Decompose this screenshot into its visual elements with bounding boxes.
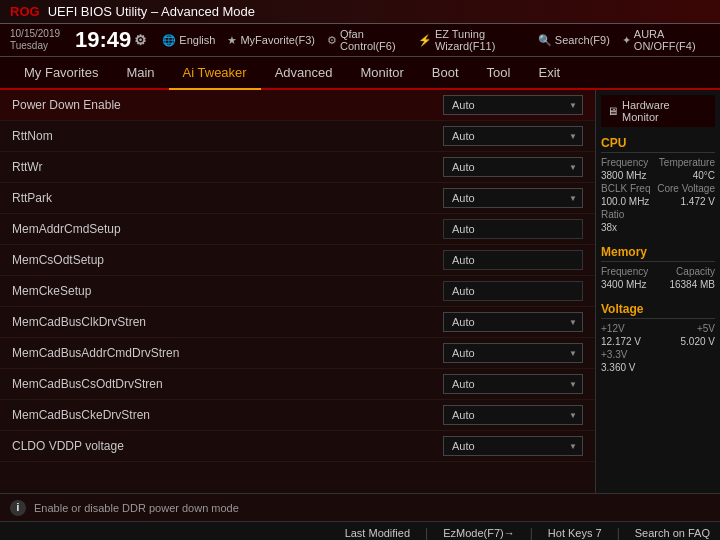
- setting-value-wrapper: Auto: [443, 312, 583, 332]
- setting-value-wrapper: Auto: [443, 95, 583, 115]
- separator-3: |: [617, 526, 620, 540]
- nav-main[interactable]: Main: [112, 57, 168, 88]
- ez-tuning-btn[interactable]: ⚡ EZ Tuning Wizard(F11): [418, 28, 526, 52]
- cpu-bclk-volt-values: 100.0 MHz 1.472 V: [601, 196, 715, 207]
- setting-dropdown[interactable]: Auto: [443, 188, 583, 208]
- setting-row: MemCkeSetupAuto: [0, 276, 595, 307]
- info-items: 🌐 English ★ MyFavorite(F3) ⚙ Qfan Contro…: [162, 28, 710, 52]
- ez-tuning-icon: ⚡: [418, 34, 432, 47]
- search-icon: 🔍: [538, 34, 552, 47]
- ezmode-btn[interactable]: EzMode(F7)→: [443, 527, 515, 539]
- setting-value-wrapper: Auto: [443, 436, 583, 456]
- nav-exit[interactable]: Exit: [524, 57, 574, 88]
- cpu-volt-label: Core Voltage: [657, 183, 715, 194]
- dropdown-wrapper[interactable]: Auto: [443, 95, 583, 115]
- nav-advanced[interactable]: Advanced: [261, 57, 347, 88]
- hot-keys-label: Hot Keys 7: [548, 527, 602, 539]
- setting-row: MemCadBusCkeDrvStrenAuto: [0, 400, 595, 431]
- setting-text-value: Auto: [443, 250, 583, 270]
- dropdown-wrapper[interactable]: Auto: [443, 157, 583, 177]
- qfan-icon: ⚙: [327, 34, 337, 47]
- last-modified-label: Last Modified: [345, 527, 410, 539]
- cpu-freq-temp-header: Frequency Temperature: [601, 157, 715, 168]
- nav-ai-tweaker[interactable]: Ai Tweaker: [169, 57, 261, 90]
- hardware-monitor-panel: 🖥 Hardware Monitor CPU Frequency Tempera…: [595, 90, 720, 493]
- day-display: Tuesday: [10, 40, 60, 52]
- mem-freq-cap-header: Frequency Capacity: [601, 266, 715, 277]
- settings-gear-icon[interactable]: ⚙: [134, 32, 147, 48]
- dropdown-wrapper[interactable]: Auto: [443, 312, 583, 332]
- qfan-label: Qfan Control(F6): [340, 28, 406, 52]
- setting-label: MemCkeSetup: [12, 284, 91, 298]
- ezmode-label: EzMode(F7)→: [443, 527, 515, 539]
- setting-row: MemCadBusCsOdtDrvStrenAuto: [0, 369, 595, 400]
- aura-icon: ✦: [622, 34, 631, 47]
- setting-row: MemCadBusClkDrvStrenAuto: [0, 307, 595, 338]
- language-selector[interactable]: 🌐 English: [162, 34, 215, 47]
- hot-keys-btn[interactable]: Hot Keys 7: [548, 527, 602, 539]
- setting-value-wrapper: Auto: [443, 343, 583, 363]
- cpu-ratio-label: Ratio: [601, 209, 624, 220]
- info-symbol: i: [17, 502, 20, 513]
- setting-label: MemCsOdtSetup: [12, 253, 104, 267]
- cpu-section: CPU Frequency Temperature 3800 MHz 40°C …: [601, 132, 715, 233]
- setting-value-wrapper: Auto: [443, 126, 583, 146]
- search-btn[interactable]: 🔍 Search(F9): [538, 34, 610, 47]
- setting-dropdown[interactable]: Auto: [443, 436, 583, 456]
- separator-1: |: [425, 526, 428, 540]
- nav-tool[interactable]: Tool: [473, 57, 525, 88]
- my-favorite-btn[interactable]: ★ MyFavorite(F3): [227, 34, 315, 47]
- language-icon: 🌐: [162, 34, 176, 47]
- bios-title: UEFI BIOS Utility – Advanced Mode: [48, 4, 255, 19]
- setting-text-value: Auto: [443, 281, 583, 301]
- dropdown-wrapper[interactable]: Auto: [443, 405, 583, 425]
- hw-monitor-icon: 🖥: [607, 105, 618, 117]
- setting-value-wrapper: Auto: [443, 405, 583, 425]
- aura-btn[interactable]: ✦ AURA ON/OFF(F4): [622, 28, 710, 52]
- voltage-section: Voltage +12V +5V 12.172 V 5.020 V +3.3V …: [601, 298, 715, 373]
- favorite-label: MyFavorite(F3): [240, 34, 315, 46]
- setting-row: RttWrAuto: [0, 152, 595, 183]
- setting-label: MemCadBusAddrCmdDrvStren: [12, 346, 179, 360]
- cpu-volt-value: 1.472 V: [681, 196, 715, 207]
- setting-dropdown[interactable]: Auto: [443, 343, 583, 363]
- setting-label: Power Down Enable: [12, 98, 121, 112]
- ez-tuning-label: EZ Tuning Wizard(F11): [435, 28, 526, 52]
- setting-row: CLDO VDDP voltageAuto: [0, 431, 595, 462]
- settings-panel: Power Down EnableAutoRttNomAutoRttWrAuto…: [0, 90, 595, 493]
- dropdown-wrapper[interactable]: Auto: [443, 436, 583, 456]
- setting-dropdown[interactable]: Auto: [443, 405, 583, 425]
- setting-value-wrapper: Auto: [443, 374, 583, 394]
- nav-boot[interactable]: Boot: [418, 57, 473, 88]
- dropdown-wrapper[interactable]: Auto: [443, 126, 583, 146]
- last-modified-btn[interactable]: Last Modified: [345, 527, 410, 539]
- setting-dropdown[interactable]: Auto: [443, 374, 583, 394]
- qfan-control-btn[interactable]: ⚙ Qfan Control(F6): [327, 28, 406, 52]
- info-bottom-bar: i Enable or disable DDR power down mode: [0, 493, 720, 521]
- setting-dropdown[interactable]: Auto: [443, 126, 583, 146]
- setting-label: MemCadBusCsOdtDrvStren: [12, 377, 163, 391]
- setting-label: CLDO VDDP voltage: [12, 439, 124, 453]
- setting-label: MemCadBusClkDrvStren: [12, 315, 146, 329]
- setting-dropdown[interactable]: Auto: [443, 312, 583, 332]
- mem-freq-label: Frequency: [601, 266, 648, 277]
- nav-my-favorites[interactable]: My Favorites: [10, 57, 112, 88]
- setting-row: RttParkAuto: [0, 183, 595, 214]
- cpu-section-title: CPU: [601, 132, 715, 153]
- nav-bar: My Favorites Main Ai Tweaker Advanced Mo…: [0, 57, 720, 90]
- dropdown-wrapper[interactable]: Auto: [443, 188, 583, 208]
- search-faq-btn[interactable]: Search on FAQ: [635, 527, 710, 539]
- setting-label: MemAddrCmdSetup: [12, 222, 121, 236]
- setting-label: RttWr: [12, 160, 42, 174]
- dropdown-wrapper[interactable]: Auto: [443, 343, 583, 363]
- dropdown-wrapper[interactable]: Auto: [443, 374, 583, 394]
- nav-monitor[interactable]: Monitor: [347, 57, 418, 88]
- voltage-section-title: Voltage: [601, 298, 715, 319]
- setting-dropdown[interactable]: Auto: [443, 157, 583, 177]
- setting-dropdown[interactable]: Auto: [443, 95, 583, 115]
- setting-value-wrapper: Auto: [443, 250, 583, 270]
- cpu-freq-value: 3800 MHz: [601, 170, 647, 181]
- aura-label: AURA ON/OFF(F4): [634, 28, 710, 52]
- time-display: 19:49 ⚙: [75, 27, 147, 53]
- setting-row: MemCadBusAddrCmdDrvStrenAuto: [0, 338, 595, 369]
